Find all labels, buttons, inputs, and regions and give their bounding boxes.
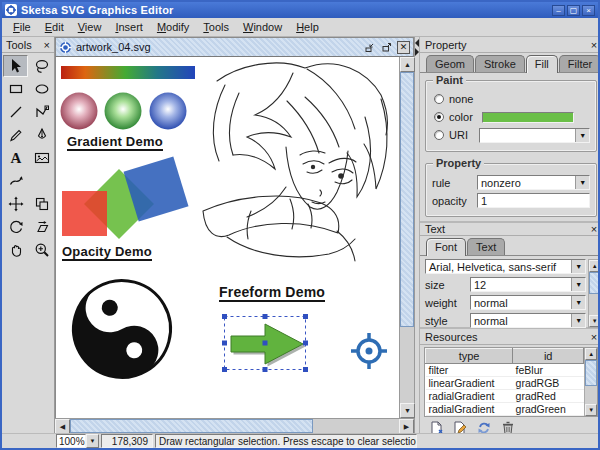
tools-close-icon[interactable]: × bbox=[44, 40, 50, 50]
splitter-collapse-left-icon[interactable] bbox=[415, 39, 419, 47]
canvas-horizontal-scrollbar[interactable]: ◀ ▶ bbox=[55, 418, 414, 433]
rule-label: rule bbox=[432, 177, 472, 189]
font-family-dropdown[interactable]: Arial, Helvetica, sans-serif▼ bbox=[425, 259, 586, 274]
horizontal-scroll-track[interactable] bbox=[313, 419, 399, 433]
chevron-down-icon[interactable]: ▼ bbox=[571, 260, 585, 273]
paint-uri-radio[interactable] bbox=[434, 130, 444, 140]
uri-dropdown[interactable]: ▼ bbox=[479, 128, 590, 143]
text-panel-title: Text bbox=[425, 223, 445, 235]
paint-legend: Paint bbox=[433, 74, 466, 86]
font-weight-dropdown[interactable]: normal▼ bbox=[470, 295, 586, 310]
tool-lasso[interactable] bbox=[29, 55, 54, 77]
tool-pen[interactable] bbox=[29, 124, 54, 146]
menu-edit[interactable]: Edit bbox=[38, 19, 71, 35]
scroll-up-icon[interactable]: ▲ bbox=[589, 260, 600, 272]
text-panel-scrollbar[interactable]: ▲ ▼ bbox=[588, 259, 600, 328]
tab-stroke[interactable]: Stroke bbox=[475, 55, 525, 72]
tool-rectangle[interactable] bbox=[3, 78, 28, 100]
menu-tools[interactable]: Tools bbox=[196, 19, 236, 35]
tool-pencil[interactable] bbox=[3, 124, 28, 146]
scroll-left-icon[interactable]: ◀ bbox=[55, 419, 70, 434]
tool-rotate[interactable] bbox=[3, 216, 28, 238]
chevron-down-icon[interactable]: ▼ bbox=[571, 314, 585, 327]
menu-view[interactable]: View bbox=[71, 19, 109, 35]
table-row[interactable]: radialGradientgradRed bbox=[426, 390, 584, 403]
tool-text[interactable]: A bbox=[3, 147, 28, 169]
vertical-scroll-track[interactable] bbox=[400, 327, 414, 403]
scroll-down-icon[interactable]: ▼ bbox=[400, 403, 415, 418]
property-panel-title: Property bbox=[425, 39, 467, 51]
document-frame: artwork_04.svg ✕ bbox=[55, 37, 415, 433]
fill-color-swatch[interactable] bbox=[482, 112, 574, 123]
text-scroll-thumb[interactable] bbox=[589, 272, 600, 294]
tool-path-edit[interactable] bbox=[3, 170, 28, 192]
selected-arrow-object bbox=[222, 314, 308, 372]
tool-duplicate[interactable] bbox=[29, 193, 54, 215]
frame-maximize-button[interactable] bbox=[380, 41, 393, 54]
chevron-down-icon[interactable]: ▼ bbox=[575, 129, 589, 142]
chevron-down-icon[interactable]: ▼ bbox=[575, 176, 589, 189]
tool-select[interactable] bbox=[3, 55, 28, 77]
tab-geom[interactable]: Geom bbox=[426, 55, 474, 72]
zoom-level-dropdown[interactable]: 100% ▼ bbox=[56, 434, 99, 448]
scroll-right-icon[interactable]: ▶ bbox=[399, 419, 414, 434]
status-bar: 100% ▼ 178,309 Draw rectangular selectio… bbox=[2, 433, 598, 448]
paint-none-radio[interactable] bbox=[434, 94, 444, 104]
property-close-icon[interactable]: × bbox=[591, 40, 597, 50]
document-title-bar[interactable]: artwork_04.svg ✕ bbox=[55, 37, 414, 57]
tools-palette: Tools × A bbox=[2, 37, 55, 433]
opacity-field[interactable]: 1 bbox=[477, 193, 590, 208]
tab-font[interactable]: Font bbox=[426, 238, 466, 256]
splitter-collapse-right-icon[interactable] bbox=[415, 48, 419, 56]
resources-close-icon[interactable]: × bbox=[591, 332, 597, 342]
horizontal-scroll-thumb[interactable] bbox=[70, 419, 313, 433]
menu-insert[interactable]: Insert bbox=[108, 19, 150, 35]
text-close-icon[interactable]: × bbox=[591, 224, 597, 234]
property-legend: Property bbox=[433, 157, 484, 169]
menu-help[interactable]: Help bbox=[289, 19, 326, 35]
tool-ellipse[interactable] bbox=[29, 78, 54, 100]
font-size-dropdown[interactable]: 12▼ bbox=[470, 277, 586, 292]
menu-modify[interactable]: Modify bbox=[150, 19, 196, 35]
tool-hand[interactable] bbox=[3, 239, 28, 261]
minimize-button[interactable]: – bbox=[552, 5, 565, 16]
vertical-scroll-thumb[interactable] bbox=[400, 72, 414, 327]
opacity-label: opacity bbox=[432, 195, 472, 207]
rule-dropdown[interactable]: nonzero▼ bbox=[477, 175, 590, 190]
close-button[interactable]: × bbox=[582, 5, 595, 16]
font-style-dropdown[interactable]: normal▼ bbox=[470, 313, 586, 328]
column-header-id[interactable]: id bbox=[513, 349, 584, 364]
tool-zoom[interactable] bbox=[29, 239, 54, 261]
column-header-type[interactable]: type bbox=[426, 349, 513, 364]
tab-text[interactable]: Text bbox=[467, 238, 505, 255]
tool-polyline[interactable] bbox=[29, 101, 54, 123]
menu-window[interactable]: Window bbox=[236, 19, 289, 35]
table-row[interactable]: filterfeBlur bbox=[426, 364, 584, 377]
frame-close-button[interactable]: ✕ bbox=[397, 41, 410, 54]
menu-file[interactable]: File bbox=[6, 19, 38, 35]
scroll-down-icon[interactable]: ▼ bbox=[589, 315, 600, 327]
resources-scrollbar[interactable]: ▲ ▼ bbox=[584, 348, 597, 416]
artwork-svg bbox=[56, 57, 399, 418]
tab-filter[interactable]: Filter bbox=[559, 55, 600, 72]
maximize-button[interactable]: ▢ bbox=[567, 5, 580, 16]
chevron-down-icon[interactable]: ▼ bbox=[86, 434, 99, 448]
scroll-up-icon[interactable]: ▲ bbox=[585, 348, 597, 360]
chevron-down-icon[interactable]: ▼ bbox=[571, 296, 585, 309]
table-row[interactable]: linearGradientgradRGB bbox=[426, 377, 584, 390]
freeform-demo-label: Freeform Demo bbox=[219, 284, 325, 302]
chevron-down-icon[interactable]: ▼ bbox=[571, 278, 585, 291]
canvas-vertical-scrollbar[interactable]: ▲ ▼ bbox=[399, 57, 414, 418]
tab-fill[interactable]: Fill bbox=[526, 55, 558, 73]
scroll-down-icon[interactable]: ▼ bbox=[585, 404, 597, 416]
resources-scroll-thumb[interactable] bbox=[585, 360, 597, 386]
table-row[interactable]: radialGradientgradGreen bbox=[426, 403, 584, 416]
frame-minimize-button[interactable] bbox=[363, 41, 376, 54]
tool-move[interactable] bbox=[3, 193, 28, 215]
tool-image[interactable] bbox=[29, 147, 54, 169]
scroll-up-icon[interactable]: ▲ bbox=[400, 57, 415, 72]
tool-skew[interactable] bbox=[29, 216, 54, 238]
drawing-canvas[interactable]: Gradient Demo Opacity Demo Freeform Demo bbox=[55, 57, 399, 418]
paint-color-radio[interactable] bbox=[434, 112, 444, 122]
tool-line[interactable] bbox=[3, 101, 28, 123]
